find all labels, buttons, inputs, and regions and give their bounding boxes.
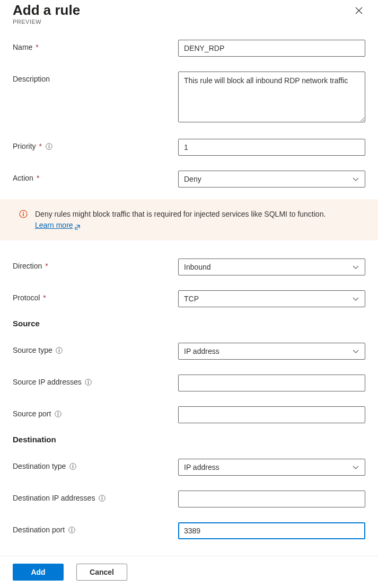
add-button[interactable]: Add	[13, 564, 64, 581]
svg-point-16	[73, 465, 74, 466]
destination-port-input[interactable]	[178, 522, 365, 539]
svg-rect-14	[58, 413, 58, 415]
svg-point-10	[88, 380, 89, 381]
svg-point-1	[48, 145, 49, 146]
required-asterisk: *	[37, 174, 39, 182]
svg-rect-5	[23, 213, 24, 216]
destination-heading: Destination	[13, 435, 365, 444]
chevron-down-icon	[352, 175, 359, 183]
page-title: Add a rule	[13, 2, 80, 19]
info-icon[interactable]	[56, 346, 63, 354]
source-port-label: Source port	[13, 409, 51, 418]
destination-type-label: Destination type	[13, 462, 66, 470]
source-port-input[interactable]	[178, 406, 365, 423]
description-input[interactable]	[178, 72, 365, 122]
direction-label: Direction	[13, 262, 42, 270]
deny-warning: Deny rules might block traffic that is r…	[0, 199, 378, 240]
external-link-icon	[74, 222, 81, 229]
close-button[interactable]	[355, 2, 365, 16]
action-value: Deny	[184, 175, 201, 183]
required-asterisk: *	[39, 142, 42, 150]
svg-point-7	[59, 349, 60, 350]
svg-rect-11	[88, 381, 89, 384]
description-label: Description	[13, 75, 50, 83]
protocol-select[interactable]: TCP	[178, 290, 365, 307]
name-label: Name	[13, 43, 32, 51]
destination-type-value: IP address	[184, 463, 219, 471]
source-type-label: Source type	[13, 346, 52, 354]
learn-more-text: Learn more	[35, 220, 73, 231]
chevron-down-icon	[352, 295, 359, 302]
name-input[interactable]	[178, 40, 365, 57]
required-asterisk: *	[36, 43, 38, 51]
priority-input[interactable]	[178, 139, 365, 156]
direction-value: Inbound	[184, 263, 211, 271]
warning-text: Deny rules might block traffic that is r…	[35, 210, 326, 218]
svg-point-22	[71, 528, 72, 529]
destination-type-select[interactable]: IP address	[178, 459, 365, 476]
action-label: Action	[13, 174, 33, 182]
svg-rect-20	[102, 497, 102, 500]
chevron-down-icon	[352, 464, 359, 471]
destination-port-label: Destination port	[13, 525, 65, 534]
required-asterisk: *	[45, 262, 48, 270]
learn-more-link[interactable]: Learn more	[35, 220, 81, 231]
source-type-value: IP address	[184, 347, 219, 355]
cancel-button[interactable]: Cancel	[76, 564, 127, 581]
protocol-label: Protocol	[13, 293, 40, 302]
info-icon[interactable]	[54, 410, 61, 417]
info-icon[interactable]	[45, 142, 52, 150]
info-icon[interactable]	[69, 462, 76, 470]
svg-point-19	[102, 496, 103, 497]
preview-badge: PREVIEW	[13, 19, 80, 25]
direction-select[interactable]: Inbound	[178, 259, 365, 275]
svg-rect-23	[71, 529, 72, 531]
svg-point-4	[23, 212, 24, 213]
chevron-down-icon	[352, 263, 359, 271]
priority-label: Priority	[13, 142, 36, 150]
svg-point-13	[58, 412, 59, 413]
info-icon[interactable]	[85, 378, 92, 386]
protocol-value: TCP	[184, 295, 199, 303]
source-type-select[interactable]: IP address	[178, 343, 365, 360]
action-select[interactable]: Deny	[178, 171, 365, 188]
chevron-down-icon	[352, 348, 359, 355]
svg-rect-8	[59, 350, 59, 352]
svg-rect-2	[48, 146, 49, 148]
source-ip-label: Source IP addresses	[13, 378, 82, 386]
destination-ip-label: Destination IP addresses	[13, 494, 95, 502]
close-icon	[355, 7, 363, 17]
info-icon[interactable]	[98, 494, 106, 502]
destination-ip-input[interactable]	[178, 491, 365, 507]
svg-rect-17	[73, 466, 73, 468]
source-ip-input[interactable]	[178, 375, 365, 391]
warning-icon	[19, 210, 28, 218]
info-icon[interactable]	[68, 526, 75, 533]
required-asterisk: *	[43, 293, 46, 302]
source-heading: Source	[13, 319, 365, 328]
